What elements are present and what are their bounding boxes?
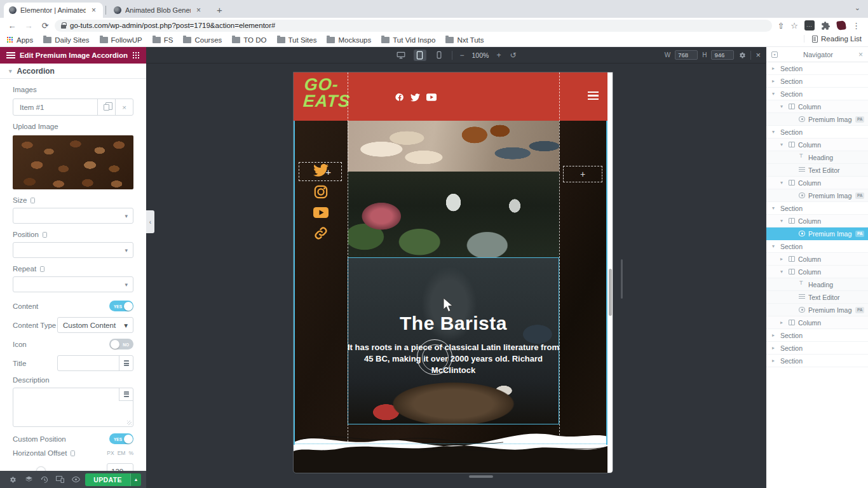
forward-button[interactable]: → bbox=[22, 21, 36, 30]
unit-option[interactable]: % bbox=[128, 450, 133, 456]
navigator-row[interactable]: Section bbox=[766, 240, 868, 253]
device-tablet-button[interactable] bbox=[414, 50, 426, 61]
duplicate-item-button[interactable] bbox=[97, 99, 115, 115]
responsive-device-icon[interactable] bbox=[71, 451, 75, 456]
youtube-icon[interactable] bbox=[313, 207, 329, 218]
bookmark-item[interactable]: FollowUP bbox=[100, 36, 142, 44]
bookmark-item[interactable]: Daily Sites bbox=[43, 36, 89, 44]
facebook-icon[interactable] bbox=[395, 93, 404, 102]
accordion-item-pastries[interactable] bbox=[348, 121, 559, 172]
tree-caret-icon[interactable] bbox=[772, 129, 777, 135]
tree-caret-icon[interactable] bbox=[772, 243, 777, 249]
bookmark-item[interactable]: TO DO bbox=[232, 36, 266, 44]
bookmark-item[interactable]: Tut Sites bbox=[277, 36, 317, 44]
repeat-select[interactable]: ▾ bbox=[13, 276, 133, 292]
navigator-row[interactable]: Column bbox=[766, 253, 868, 266]
tree-caret-icon[interactable] bbox=[772, 332, 777, 338]
tree-caret-icon[interactable] bbox=[772, 358, 777, 363]
tree-caret-icon[interactable] bbox=[780, 218, 785, 224]
navigator-row[interactable]: Premium Image Accordion PA bbox=[766, 113, 868, 126]
position-select[interactable]: ▾ bbox=[13, 242, 133, 258]
browser-tab-inactive[interactable]: Animated Blob Generator - Sna × bbox=[109, 3, 208, 18]
navigator-row[interactable]: Premium Image Accordion PA bbox=[766, 227, 868, 240]
horizontal-offset-input[interactable] bbox=[107, 463, 133, 471]
navigator-layers-icon[interactable] bbox=[21, 475, 37, 484]
browser-tab-active[interactable]: Elementor | Animated Blob Gen × bbox=[4, 3, 103, 18]
navigator-row[interactable]: Column bbox=[766, 139, 868, 151]
responsive-mode-icon[interactable] bbox=[53, 476, 69, 483]
twitter-icon[interactable] bbox=[410, 93, 420, 102]
add-widget-box[interactable]: + bbox=[563, 166, 602, 182]
custom-position-toggle[interactable]: YES bbox=[109, 433, 133, 444]
site-logo[interactable]: GO- EATS bbox=[302, 76, 352, 109]
panel-collapse-handle[interactable]: ‹ bbox=[146, 210, 154, 233]
navigator-row[interactable]: Section bbox=[766, 355, 868, 367]
slider-handle[interactable] bbox=[36, 466, 46, 471]
tree-caret-icon[interactable] bbox=[772, 65, 777, 71]
page-scrollbar[interactable] bbox=[607, 72, 613, 473]
close-preview-icon[interactable]: × bbox=[756, 50, 761, 60]
bookmark-star-icon[interactable]: ☆ bbox=[790, 21, 798, 30]
tree-caret-icon[interactable] bbox=[780, 269, 785, 274]
bookmark-item[interactable]: Apps bbox=[6, 36, 33, 44]
navigator-row[interactable]: Column bbox=[766, 215, 868, 227]
navigator-row[interactable]: Section bbox=[766, 342, 868, 355]
navigator-row[interactable]: Heading bbox=[766, 278, 868, 291]
navigator-row[interactable]: Section bbox=[766, 329, 868, 342]
size-select[interactable]: ▾ bbox=[13, 208, 133, 224]
share-icon[interactable]: ⇧ bbox=[777, 21, 784, 30]
bookmark-item[interactable]: Nxt Tuts bbox=[445, 36, 484, 44]
extensions-puzzle-icon[interactable] bbox=[821, 21, 831, 30]
navigator-row[interactable]: Premium Image Accordion PA bbox=[766, 189, 868, 202]
canvas-width-input[interactable] bbox=[675, 50, 698, 60]
tree-caret-icon[interactable] bbox=[780, 104, 785, 109]
tree-caret-icon[interactable] bbox=[780, 142, 785, 147]
extension-avatar-icon[interactable] bbox=[836, 20, 846, 30]
tab-close-icon[interactable]: × bbox=[194, 6, 203, 15]
window-chevron-icon[interactable]: ⌄ bbox=[855, 4, 860, 12]
navigator-row[interactable]: Column bbox=[766, 316, 868, 329]
unit-option[interactable]: PX bbox=[107, 450, 114, 456]
dynamic-tags-button[interactable] bbox=[119, 356, 133, 370]
unit-option[interactable]: EM bbox=[118, 450, 126, 456]
dynamic-tags-button[interactable] bbox=[119, 388, 133, 401]
bookmark-item[interactable]: FS bbox=[153, 36, 173, 44]
navigator-row[interactable]: Section bbox=[766, 126, 868, 139]
bookmark-item[interactable]: Tut Vid Inspo bbox=[381, 36, 435, 44]
navigator-row[interactable]: Column bbox=[766, 100, 868, 113]
collapse-all-icon[interactable]: ▾ bbox=[771, 51, 778, 58]
navigator-row[interactable]: Text Editor bbox=[766, 291, 868, 304]
navigator-row[interactable]: Section bbox=[766, 88, 868, 100]
canvas-height-input[interactable] bbox=[711, 50, 734, 60]
bookmark-item[interactable]: Mocksups bbox=[327, 36, 371, 44]
reset-zoom-icon[interactable]: ↺ bbox=[508, 51, 517, 60]
update-options-caret[interactable]: ▲ bbox=[130, 473, 141, 486]
tree-caret-icon[interactable] bbox=[772, 345, 777, 351]
content-toggle[interactable]: YES bbox=[109, 301, 133, 311]
update-button[interactable]: UPDATE bbox=[85, 473, 130, 486]
history-clock-icon[interactable] bbox=[37, 476, 53, 484]
workspace-scrollbar-thumb[interactable] bbox=[621, 259, 623, 299]
extension-password-icon[interactable]: ... bbox=[804, 20, 815, 30]
tree-caret-icon[interactable] bbox=[780, 180, 785, 186]
twitter-widget-selection-box[interactable]: + bbox=[299, 162, 342, 181]
back-button[interactable]: ← bbox=[5, 21, 19, 30]
preview-eye-icon[interactable] bbox=[68, 477, 84, 482]
bookmark-item[interactable]: Courses bbox=[183, 36, 222, 44]
link-icon[interactable] bbox=[314, 226, 328, 240]
navigator-row[interactable]: Heading bbox=[766, 151, 868, 164]
accordion-item-row[interactable]: Item #1 × bbox=[13, 98, 133, 116]
tab-close-icon[interactable]: × bbox=[90, 6, 98, 15]
tree-caret-icon[interactable] bbox=[772, 205, 777, 211]
instagram-icon[interactable] bbox=[314, 185, 328, 199]
mobile-menu-icon[interactable] bbox=[588, 92, 599, 100]
navigator-row[interactable]: Text Editor bbox=[766, 164, 868, 177]
browser-menu-icon[interactable]: ⋮ bbox=[852, 21, 860, 30]
zoom-out-button[interactable]: − bbox=[459, 51, 466, 60]
site-header[interactable]: GO- EATS bbox=[294, 72, 607, 121]
responsive-device-icon[interactable] bbox=[40, 266, 44, 272]
remove-item-button[interactable]: × bbox=[115, 99, 133, 115]
new-tab-button[interactable]: + bbox=[213, 4, 226, 15]
content-type-select[interactable]: Custom Content▾ bbox=[57, 317, 133, 333]
description-textarea[interactable] bbox=[13, 388, 133, 427]
